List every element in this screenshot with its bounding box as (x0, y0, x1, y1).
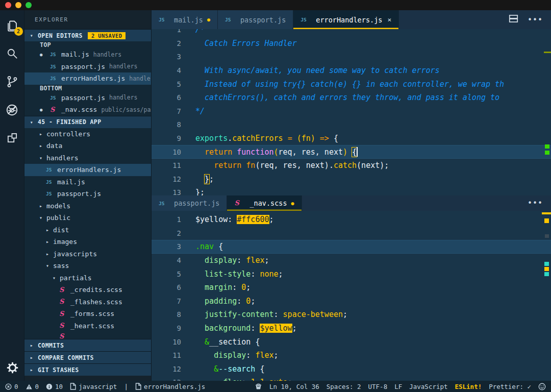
status-problems-errors[interactable]: 0 (5, 383, 18, 390)
code-line[interactable]: 9exports.catchErrors = (fn) => { (152, 132, 551, 145)
code-line[interactable]: 1/* (152, 29, 551, 37)
code-line[interactable]: 4 With async/await, you need some way to… (152, 64, 551, 78)
tree-item-heart-scss[interactable]: S_heart.scss (24, 320, 151, 332)
activity-gear-button[interactable] (0, 361, 24, 375)
tree-item-forms-scss[interactable]: S_forms.scss (24, 308, 151, 320)
code-line[interactable]: 11 return fn(req, res, next).catch(next)… (152, 159, 551, 173)
status-bucket[interactable] (255, 383, 262, 390)
tree-item-javascripts[interactable]: ▸javascripts (24, 248, 151, 260)
status-language-mode[interactable]: JavaScript (409, 383, 447, 390)
code-line[interactable]: 6 catchErrors(), catch and errors they t… (152, 91, 551, 105)
tree-item-label: sass (53, 262, 69, 270)
tree-item-sass[interactable]: ▾sass (24, 260, 151, 272)
tree-item-images[interactable]: ▸images (24, 236, 151, 248)
code-line[interactable]: 2 (152, 227, 551, 240)
open-editors-header[interactable]: ▾ OPEN EDITORS 2 UNSAVED (24, 29, 151, 41)
code-line[interactable]: 7 padding: 0; (152, 295, 551, 308)
tree-item-data[interactable]: ▸data (24, 140, 151, 152)
more-actions-button[interactable]: ••• (528, 15, 543, 24)
status-prettier-status[interactable]: Prettier: ✓ (489, 383, 531, 390)
js-icon: JS (46, 167, 52, 173)
tree-item-controllers[interactable]: ▸controllers (24, 128, 151, 140)
status-feedback-smiley[interactable] (538, 383, 546, 390)
tree-item-handlers[interactable]: ▾handlers (24, 152, 151, 164)
tree-item-dist[interactable]: ▸dist (24, 224, 151, 236)
code-line[interactable]: 1$yellow: #ffc600; (152, 213, 551, 227)
line-number: 8 (152, 310, 181, 318)
code-line[interactable]: 11 display: flex; (152, 349, 551, 362)
traffic-light-zoom[interactable] (26, 2, 32, 8)
code-line[interactable]: 6 margin: 0; (152, 281, 551, 295)
overview-ruler-mark (542, 212, 551, 214)
code-line[interactable]: 2 Catch Errors Handler (152, 37, 551, 51)
code-line[interactable]: 9 background: $yellow; (152, 322, 551, 335)
activity-files-button[interactable]: 2 (5, 18, 19, 33)
open-editor-passport-js[interactable]: JSpassport.jshandlers (24, 61, 151, 73)
status-problems-info[interactable]: 10 (46, 383, 63, 390)
code-line[interactable]: 8 justify-content: space-between; (152, 308, 551, 322)
files-badge: 2 (14, 27, 23, 36)
status-indentation[interactable]: Spaces: 2 (327, 383, 361, 390)
code-line[interactable]: 12 &--search { (152, 362, 551, 376)
tree-item-item[interactable]: S (24, 332, 151, 339)
open-editor-mail-js[interactable]: ●JSmail.jshandlers (24, 48, 151, 61)
tab-mail-js[interactable]: JSmail.js● (152, 10, 218, 29)
tree-item-errorhandlers-js[interactable]: JSerrorHandlers.js (24, 164, 151, 176)
activity-debug-off-button[interactable] (5, 103, 19, 117)
section-compare-commits[interactable]: ▸COMPARE COMMITS (24, 351, 151, 363)
tab-errorhandlers-js[interactable]: JSerrorHandlers.js× (293, 10, 399, 29)
editor-pane-top[interactable]: 1/*2 Catch Errors Handler34 With async/a… (152, 29, 551, 195)
editor-pane-bottom[interactable]: 1$yellow: #ffc600;23.nav {4 display: fle… (152, 211, 551, 381)
close-icon[interactable]: × (387, 16, 391, 23)
project-header[interactable]: ▾ 45 - FINISHED APP (24, 116, 151, 128)
tree-item-label: javascripts (53, 250, 97, 258)
code-line[interactable]: 7*/ (152, 105, 551, 118)
more-actions-button[interactable]: ••• (528, 199, 543, 208)
js-icon: JS (50, 64, 56, 69)
tab-passport-js[interactable]: JSpassport.js (152, 195, 227, 211)
tree-item-label: controllers (46, 130, 90, 138)
status-linter-language[interactable]: javascript (70, 383, 117, 390)
tree-item-mail-js[interactable]: JSmail.js (24, 176, 151, 188)
open-editor-nav-scss[interactable]: ●S_nav.scsspublic/sass/pa… (24, 104, 151, 116)
traffic-light-close[interactable] (5, 2, 11, 8)
code-line[interactable]: 4 display: flex; (152, 254, 551, 267)
code-line[interactable]: 10 &__section { (152, 335, 551, 349)
code-line[interactable]: 13 flex: 1 1 auto; (152, 376, 551, 381)
chevron-down-icon: ▾ (39, 215, 46, 220)
tree-item-partials[interactable]: ▾partials (24, 272, 151, 284)
code-line[interactable]: 5 list-style: none; (152, 267, 551, 281)
tree-item-public[interactable]: ▾public (24, 212, 151, 224)
split-editor-button[interactable] (509, 14, 518, 26)
code-line[interactable]: 12 }; (152, 173, 551, 186)
tree-item-flashes-scss[interactable]: S_flashes.scss (24, 296, 151, 308)
chevron-down-icon: ▾ (46, 263, 53, 268)
status-eol[interactable]: LF (394, 383, 402, 390)
tab-passport-js[interactable]: JSpassport.js (218, 10, 293, 29)
tree-item-models[interactable]: ▸models (24, 200, 151, 212)
tree-item-credits-scss[interactable]: S_credits.scss (24, 284, 151, 296)
section-git-stashes[interactable]: ▸GIT STASHES (24, 363, 151, 376)
open-editor-passport-js[interactable]: JSpassport.jshandlers (24, 92, 151, 104)
code-line[interactable]: 10 return function(req, res, next) { (152, 145, 551, 159)
code-line[interactable]: 8 (152, 118, 551, 132)
status-eslint-status[interactable]: ESLint! (455, 383, 482, 390)
code-line[interactable]: 3.nav { (152, 240, 551, 254)
code-line[interactable]: 3 (152, 50, 551, 64)
traffic-light-minimize[interactable] (15, 2, 21, 8)
open-editor-errorhandlers-js[interactable]: JSerrorHandlers.jshandler… (24, 72, 151, 85)
tree-item-passport-js[interactable]: JSpassport.js (24, 188, 151, 200)
status-encoding[interactable]: UTF-8 (368, 383, 388, 390)
status-cursor-position[interactable]: Ln 10, Col 36 (269, 383, 319, 390)
status-linter-file[interactable]: errorHandlers.js (135, 383, 205, 390)
tab-nav-scss[interactable]: S_nav.scss● (227, 195, 302, 211)
section-commits[interactable]: ▸COMMITS (24, 339, 151, 351)
code-line[interactable]: 13}; (152, 186, 551, 195)
status-problems-warnings[interactable]: 0 (26, 383, 39, 390)
activity-extensions-button[interactable] (5, 131, 19, 145)
code-line[interactable]: 5 Instead of using try{} catch(e) {} in … (152, 77, 551, 91)
js-icon: JS (159, 201, 164, 206)
activity-search-button[interactable] (5, 46, 19, 61)
activity-source-control-button[interactable] (5, 75, 19, 89)
open-editor-desc: handler… (129, 75, 151, 82)
